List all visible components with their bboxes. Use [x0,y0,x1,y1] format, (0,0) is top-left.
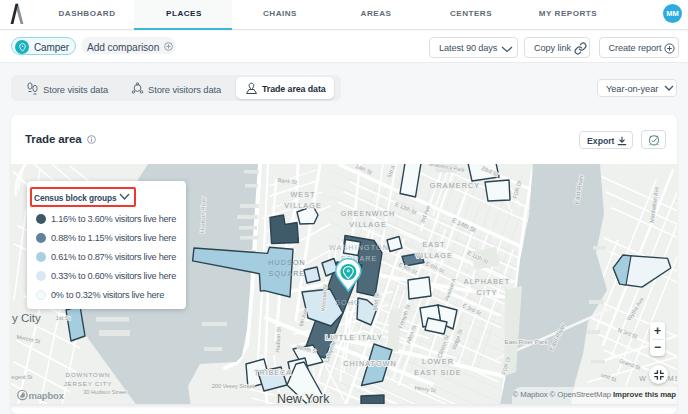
svg-text:GREENWICH: GREENWICH [341,209,396,218]
svg-text:New York: New York [277,392,330,404]
svg-text:ALPHABET: ALPHABET [464,277,510,286]
svg-text:SOHO: SOHO [335,298,361,307]
svg-text:CITY: CITY [477,288,498,297]
svg-text:mapbox: mapbox [29,390,65,401]
svg-text:y City: y City [12,312,41,324]
svg-text:SQUARE: SQUARE [269,269,306,278]
svg-text:Hudson River: Hudson River [199,197,206,234]
svg-text:VILLAGE: VILLAGE [415,251,453,260]
svg-text:TRIBECA: TRIBECA [254,369,291,376]
svg-text:EAST: EAST [422,240,445,249]
svg-text:CHINATOWN: CHINATOWN [343,359,397,368]
svg-text:VILLAGE: VILLAGE [349,220,387,229]
svg-text:EAST SIDE: EAST SIDE [414,368,461,377]
svg-text:30 Hudson Street: 30 Hudson Street [83,389,127,395]
svg-text:WEST: WEST [290,190,315,199]
svg-text:HUDSON: HUDSON [268,258,306,267]
svg-text:JERSEY CITY: JERSEY CITY [64,380,113,387]
svg-text:DOWNTOWN: DOWNTOWN [66,371,111,378]
svg-text:1st St: 1st St [56,315,71,321]
svg-text:GRAMERCY: GRAMERCY [430,181,480,190]
svg-text:W: W [639,375,647,382]
svg-text:Regent St: Regent St [11,374,33,380]
svg-text:LOWER: LOWER [422,357,454,366]
svg-text:VILLAGE: VILLAGE [284,201,322,210]
svg-text:East River Park: East River Park [505,338,549,345]
svg-text:WASHINGTON: WASHINGTON [329,243,389,252]
svg-text:200 Vesey Street: 200 Vesey Street [212,383,255,389]
svg-text:MSB: MSB [668,375,677,382]
